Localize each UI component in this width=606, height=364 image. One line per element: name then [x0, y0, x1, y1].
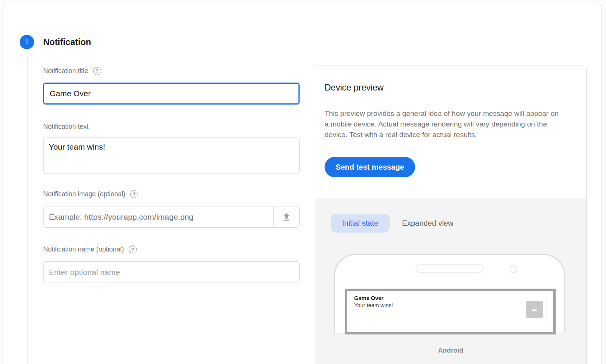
notification-composer-card: 1 Notification Notification title ? Noti… — [3, 4, 601, 364]
device-preview-panel: Device preview This preview provides a g… — [315, 66, 587, 364]
notification-text-label: Notification text — [43, 123, 89, 131]
step-connector-line — [27, 57, 28, 364]
send-test-message-button[interactable]: Send test message — [325, 157, 415, 177]
help-icon[interactable]: ? — [129, 245, 137, 253]
notification-name-label-text: Notification name (optional) — [43, 245, 124, 253]
upload-icon — [281, 212, 292, 222]
notification-image-label-text: Notification image (optional) — [43, 190, 125, 198]
notification-preview-card: Game Over Your team wins! — [345, 289, 556, 334]
phone-speaker — [415, 264, 484, 273]
android-phone-mockup: Game Over Your team wins! — [334, 254, 565, 333]
device-preview-title: Device preview — [325, 83, 384, 93]
notification-preview-title: Game Over — [354, 295, 393, 302]
notification-text-label-text: Notification text — [43, 123, 89, 131]
step-title: Notification — [43, 35, 91, 49]
notification-name-label: Notification name (optional) ? — [43, 245, 137, 253]
notification-image-field — [43, 206, 300, 228]
upload-image-button[interactable] — [273, 206, 299, 227]
device-preview-description: This preview provides a general idea of … — [325, 108, 560, 140]
phone-camera — [509, 265, 517, 273]
notification-title-label: Notification title ? — [43, 67, 101, 75]
help-icon[interactable]: ? — [130, 190, 138, 198]
notification-name-input[interactable] — [43, 261, 300, 283]
notification-preview-texts: Game Over Your team wins! — [354, 295, 393, 309]
platform-label: Android — [315, 347, 586, 355]
notification-title-label-text: Notification title — [43, 67, 88, 75]
notification-preview-text: Your team wins! — [354, 302, 393, 309]
step-number-badge: 1 — [20, 35, 34, 49]
preview-tabs: Initial state Expanded view — [331, 214, 455, 233]
mountain-image-icon — [529, 305, 539, 314]
notification-image-input[interactable] — [44, 206, 273, 227]
notification-title-input[interactable] — [43, 83, 300, 105]
image-placeholder-icon — [526, 301, 543, 318]
tab-expanded-view[interactable]: Expanded view — [401, 214, 455, 233]
notification-image-label: Notification image (optional) ? — [43, 190, 138, 198]
help-icon[interactable]: ? — [93, 67, 101, 75]
notification-text-input[interactable]: Your team wins! — [43, 137, 300, 174]
tab-initial-state[interactable]: Initial state — [331, 214, 390, 233]
notification-preview-image-slot — [522, 296, 547, 323]
